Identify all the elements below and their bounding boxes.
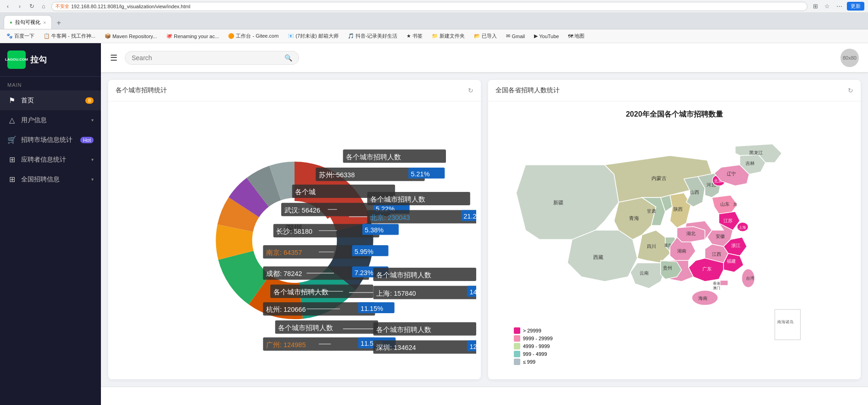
right-chart-header: 全国各省招聘人数统计 ↻ <box>488 80 861 101</box>
home-icon: ⚑ <box>7 96 17 105</box>
svg-text:长沙: 58180: 长沙: 58180 <box>276 228 312 235</box>
search-icon: 🔍 <box>284 54 292 62</box>
content-area: 各个城市招聘统计 ↻ <box>101 73 868 387</box>
header: ☰ 🔍 80x80 <box>101 43 868 73</box>
more-button[interactable]: ⋯ <box>835 2 843 11</box>
svg-text:各个城市招聘人数: 各个城市招聘人数 <box>273 288 328 296</box>
bookmark-email[interactable]: 📧 (7封未读) 邮箱大师 <box>285 32 341 40</box>
bookmark-imported[interactable]: 📂 已导入 <box>471 32 500 40</box>
right-refresh-icon[interactable]: ↻ <box>848 87 853 94</box>
hamburger-icon[interactable]: ☰ <box>110 53 117 63</box>
sidebar-label-user: 用户信息 <box>21 116 47 124</box>
logo-box: LAGOU.COM <box>7 51 26 69</box>
left-refresh-icon[interactable]: ↻ <box>468 87 473 94</box>
update-button[interactable]: 更新 <box>847 2 864 11</box>
bookmark-nowcoder[interactable]: 📋 牛客网 - 找工作神... <box>41 32 98 40</box>
svg-text:甘肃: 甘肃 <box>646 208 656 214</box>
tab-title: 拉勾可视化 <box>15 19 40 26</box>
url-bar[interactable]: 不安全 192.168.80.121:8081/lg_visualization… <box>51 2 807 11</box>
main-area: ☰ 🔍 80x80 各个城市招聘统计 ↻ <box>101 43 868 405</box>
bookmark-button[interactable]: ☆ <box>823 2 831 11</box>
svg-text:广东: 广东 <box>702 266 712 271</box>
svg-text:云南: 云南 <box>640 270 649 276</box>
back-button[interactable]: ‹ <box>4 2 12 11</box>
legend-item-3: 4999 - 9999 <box>514 343 553 349</box>
left-chart-header: 各个城市招聘统计 ↻ <box>108 80 481 101</box>
map-chart-title: 2020年全国各个城市招聘数量 <box>626 105 723 122</box>
sidebar-label-recruitment: 招聘市场信息统计 <box>21 136 72 144</box>
recruitment-icon: 🛒 <box>7 135 17 144</box>
legend-label-1: > 29999 <box>523 328 541 333</box>
bookmark-renaming[interactable]: 🐙 Renaming your ac... <box>163 32 222 40</box>
svg-text:四川: 四川 <box>646 244 656 249</box>
search-box[interactable]: 🔍 <box>125 51 299 65</box>
map-legend: > 29999 9999 - 29999 4999 - 9999 <box>514 327 553 366</box>
svg-text:辽宁: 辽宁 <box>727 172 736 177</box>
svg-text:贵州: 贵州 <box>663 265 672 270</box>
svg-text:上海: 上海 <box>738 225 746 230</box>
new-tab-button[interactable]: + <box>53 17 64 29</box>
bookmark-youtube[interactable]: ▶ YouTube <box>531 32 562 40</box>
user-arrow-icon: ▾ <box>91 118 94 123</box>
tab-close[interactable]: × <box>43 20 46 25</box>
svg-text:各个城市招聘人数: 各个城市招聘人数 <box>346 153 401 161</box>
bookmark-maps[interactable]: 🗺 地图 <box>565 32 587 40</box>
active-tab[interactable]: ● 拉勾可视化 × <box>4 15 52 29</box>
left-chart-panel: 各个城市招聘统计 ↻ <box>108 80 481 379</box>
bookmark-new-folder[interactable]: 📁 新建文件夹 <box>429 32 467 40</box>
forward-button[interactable]: › <box>16 2 24 11</box>
sidebar-label-national: 全国招聘信息 <box>21 175 60 184</box>
svg-text:杭州: 120666: 杭州: 120666 <box>266 306 306 313</box>
reload-button[interactable]: ↻ <box>28 2 36 11</box>
svg-text:新疆: 新疆 <box>553 200 563 206</box>
browser-bar: ‹ › ↻ ⌂ 不安全 192.168.80.121:8081/lg_visua… <box>0 0 868 13</box>
legend-color-1 <box>514 327 520 334</box>
search-input[interactable] <box>132 54 281 62</box>
svg-text:吉林: 吉林 <box>745 161 754 166</box>
svg-text:海南: 海南 <box>698 296 707 301</box>
svg-text:内蒙古: 内蒙古 <box>651 175 666 181</box>
home-badge: 8 <box>85 97 94 104</box>
security-warning: 不安全 <box>56 3 69 10</box>
right-chart-body: 2020年全国各个城市招聘数量 新疆 西藏 青海 <box>488 101 861 379</box>
svg-text:5.95%: 5.95% <box>355 248 373 255</box>
svg-text:江西: 江西 <box>712 252 721 257</box>
svg-text:5.21%: 5.21% <box>411 170 429 178</box>
sidebar-item-national[interactable]: ⊞ 全国招聘信息 ▾ <box>0 169 101 189</box>
legend-color-5 <box>514 359 520 365</box>
svg-text:广州: 124985: 广州: 124985 <box>266 341 306 349</box>
sidebar-item-recruitment[interactable]: 🛒 招聘市场信息统计 Hot <box>0 130 101 150</box>
svg-text:浙江: 浙江 <box>731 243 740 248</box>
svg-text:南海诸岛: 南海诸岛 <box>777 320 793 324</box>
svg-text:安徽: 安徽 <box>715 234 724 239</box>
svg-text:武汉: 56426: 武汉: 56426 <box>284 207 320 214</box>
legend-color-2 <box>514 335 520 342</box>
sidebar-item-applicant[interactable]: ⊞ 应聘者信息统计 ▾ <box>0 150 101 169</box>
app-container: LAGOU.COM 拉勾 MAIN ⚑ 首页 8 △ 用户信息 ▾ 🛒 招聘市场… <box>0 43 868 405</box>
svg-text:各个城市招聘人数: 各个城市招聘人数 <box>376 271 431 279</box>
applicant-arrow-icon: ▾ <box>91 157 94 162</box>
extensions-button[interactable]: ⊞ <box>811 2 819 11</box>
china-map-svg: 新疆 西藏 青海 内蒙古 甘肃 <box>512 132 838 366</box>
left-chart-title: 各个城市招聘统计 <box>116 86 167 95</box>
home-button[interactable]: ⌂ <box>39 2 48 11</box>
bookmark-baidu[interactable]: 🐾 百度一下 <box>4 32 37 40</box>
bookmark-gmail[interactable]: ✉ Gmail <box>503 32 528 40</box>
svg-text:福建: 福建 <box>727 259 736 264</box>
app-name: 拉勾 <box>30 54 47 65</box>
bookmark-gitee[interactable]: 🟠 工作台 - Gitee.com <box>225 32 281 40</box>
bookmarks-bar: 🐾 百度一下 📋 牛客网 - 找工作神... 📦 Maven Repositor… <box>0 29 868 43</box>
sidebar-item-user-info[interactable]: △ 用户信息 ▾ <box>0 110 101 130</box>
map-area: 新疆 西藏 青海 内蒙古 甘肃 <box>505 122 845 376</box>
right-chart-title: 全国各省招聘人数统计 <box>495 86 560 95</box>
bookmark-douyin[interactable]: 🎵 抖音-记录美好生活 <box>345 32 401 40</box>
national-icon: ⊞ <box>7 175 17 184</box>
svg-rect-113 <box>720 281 728 285</box>
bookmark-maven[interactable]: 📦 Maven Repository... <box>102 32 160 40</box>
user-icon: △ <box>7 116 17 124</box>
svg-text:苏州: 56338: 苏州: 56338 <box>319 171 355 179</box>
sidebar-item-home[interactable]: ⚑ 首页 8 <box>0 90 101 110</box>
bookmark-shujian[interactable]: ★ 书签 <box>404 32 425 40</box>
sidebar-label-applicant: 应聘者信息统计 <box>21 156 66 164</box>
avatar[interactable]: 80x80 <box>840 49 859 67</box>
